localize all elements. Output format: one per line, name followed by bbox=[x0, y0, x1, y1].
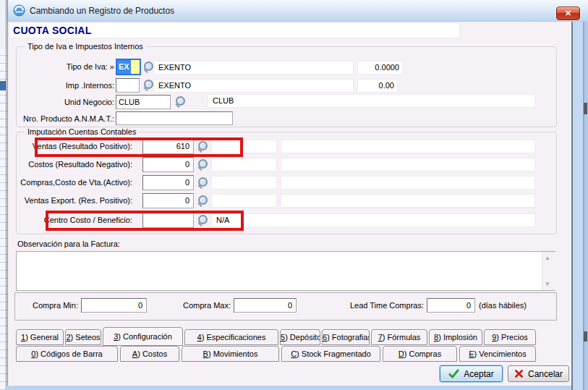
tab-movimientos[interactable]: B) Movimientos bbox=[182, 346, 279, 362]
account-desc-field bbox=[211, 194, 277, 208]
app-icon bbox=[13, 4, 25, 17]
scroll-down-icon[interactable]: ▼ bbox=[545, 281, 550, 287]
account-name-field bbox=[281, 194, 535, 208]
cancel-button[interactable]: Cancelar bbox=[508, 365, 569, 382]
tab-seteos[interactable]: 2) Seteos bbox=[65, 329, 101, 345]
imp-internos-search-icon[interactable] bbox=[142, 80, 154, 90]
tab-general[interactable]: 1) General bbox=[16, 329, 64, 345]
account-code-input[interactable]: 0 bbox=[142, 193, 194, 208]
unid-negocio-input[interactable]: CLUB bbox=[116, 95, 171, 109]
account-row-label: Ventas Export. (Res. Positivo): bbox=[6, 196, 132, 205]
observacion-textarea[interactable] bbox=[16, 251, 555, 291]
account-search-icon[interactable] bbox=[197, 177, 208, 188]
unid-negocio-label: Unid Negocio: bbox=[0, 98, 114, 106]
account-desc-field bbox=[211, 176, 277, 190]
tipo-iva-input[interactable]: EX bbox=[116, 59, 141, 75]
unid-negocio-search-icon[interactable] bbox=[174, 96, 186, 107]
account-code-input[interactable]: 0 bbox=[142, 157, 194, 172]
tab-f-rmulas[interactable]: 7) Fórmulas bbox=[371, 329, 427, 345]
imp-internos-input[interactable] bbox=[116, 78, 140, 93]
account-search-icon[interactable] bbox=[197, 159, 208, 170]
close-icon: ✕ bbox=[565, 9, 571, 17]
compra-max-input[interactable]: 0 bbox=[234, 298, 297, 313]
tab-fotografias[interactable]: 6) Fotografias bbox=[322, 329, 370, 345]
tab-especificaciones[interactable]: 4) Especificaciones bbox=[184, 329, 278, 345]
account-name-field bbox=[281, 140, 535, 153]
accept-button[interactable]: Aceptar bbox=[440, 365, 503, 382]
imp-internos-rate-field: 0.00 bbox=[357, 79, 398, 93]
cuentas-groupbox-legend: Imputación Cuentas Contables bbox=[25, 127, 139, 136]
product-name-field: CUOTA SOCIAL bbox=[9, 22, 460, 38]
scroll-up-icon[interactable]: ▲ bbox=[545, 255, 550, 261]
account-row-label: Costos (Resultado Negativo): bbox=[6, 160, 132, 169]
highlight-box-ventas bbox=[35, 137, 243, 157]
anmat-input[interactable] bbox=[116, 111, 233, 125]
accept-button-label: Aceptar bbox=[464, 369, 493, 379]
tab-implosi-n[interactable]: 8) Implosión bbox=[429, 329, 482, 345]
dialog-titlebar[interactable]: Cambiando un Registro de Productos ✕ bbox=[7, 0, 588, 22]
tipo-iva-label: Tipo de Iva: » bbox=[0, 62, 114, 71]
tab-c-digos-de-barra[interactable]: 0) Códigos de Barra bbox=[16, 346, 118, 362]
background-fragment bbox=[584, 103, 587, 114]
lead-time-label: Lead Time Compras: bbox=[333, 301, 424, 310]
tab-configuraci-n[interactable]: 3) Configuración bbox=[103, 327, 183, 346]
background-grid-strip bbox=[0, 0, 7, 390]
tab-dep-sito[interactable]: 5) Depósito bbox=[280, 329, 320, 345]
background-fragment bbox=[584, 331, 587, 342]
compra-max-label: Compra Max: bbox=[166, 301, 231, 310]
window-title: Cambiando un Registro de Productos bbox=[30, 6, 174, 16]
check-icon bbox=[448, 368, 459, 379]
tab-stock-fragmentado[interactable]: C) Stock Fragmentado bbox=[281, 346, 380, 362]
tab-precios[interactable]: 9) Precios bbox=[484, 329, 536, 345]
compra-min-label: Compra Min: bbox=[14, 301, 78, 310]
imp-internos-label: Imp .Internos: bbox=[0, 81, 114, 90]
tab-vencimientos[interactable]: E) Vencimientos bbox=[459, 346, 536, 362]
unid-negocio-desc-field: CLUB bbox=[208, 94, 535, 108]
lead-time-input[interactable]: 0 bbox=[427, 298, 475, 313]
lead-time-suffix: (días hábiles) bbox=[479, 301, 527, 310]
anmat-label: Nro. Producto A.N.M.A.T.: bbox=[0, 114, 114, 123]
account-name-field bbox=[281, 176, 535, 190]
screen: Cambiando un Registro de Productos ✕ CUO… bbox=[0, 0, 588, 390]
iva-groupbox-legend: Tipo de Iva e Impuestos Internos bbox=[25, 42, 146, 51]
account-code-input[interactable]: 0 bbox=[142, 175, 194, 190]
observacion-label: Observación para la Factura: bbox=[17, 239, 120, 248]
highlight-box-centro-costo bbox=[46, 211, 244, 231]
tab-costos[interactable]: A) Costos bbox=[120, 346, 179, 362]
account-name-field bbox=[281, 158, 535, 171]
cancel-button-label: Cancelar bbox=[528, 369, 563, 379]
tipo-iva-selected-text: EX bbox=[117, 60, 131, 74]
account-desc-field bbox=[211, 158, 277, 171]
tab-compras[interactable]: D) Compras bbox=[383, 346, 457, 362]
x-icon bbox=[514, 369, 524, 378]
window-right-border bbox=[571, 22, 588, 390]
compra-min-input[interactable]: 0 bbox=[81, 298, 147, 313]
account-row-label: Compras,Costo de Vta.(Activo): bbox=[6, 178, 132, 187]
tipo-iva-rate-field: 0.0000 bbox=[357, 61, 403, 75]
window-bottom-border bbox=[5, 386, 571, 390]
close-button[interactable]: ✕ bbox=[556, 7, 580, 20]
account-desc-field: N/A bbox=[211, 213, 535, 227]
tipo-iva-desc-field: EXENTO bbox=[153, 61, 354, 75]
tipo-iva-search-icon[interactable] bbox=[142, 62, 154, 72]
account-search-icon[interactable] bbox=[197, 195, 208, 206]
imp-internos-desc-field: EXENTO bbox=[153, 79, 354, 93]
